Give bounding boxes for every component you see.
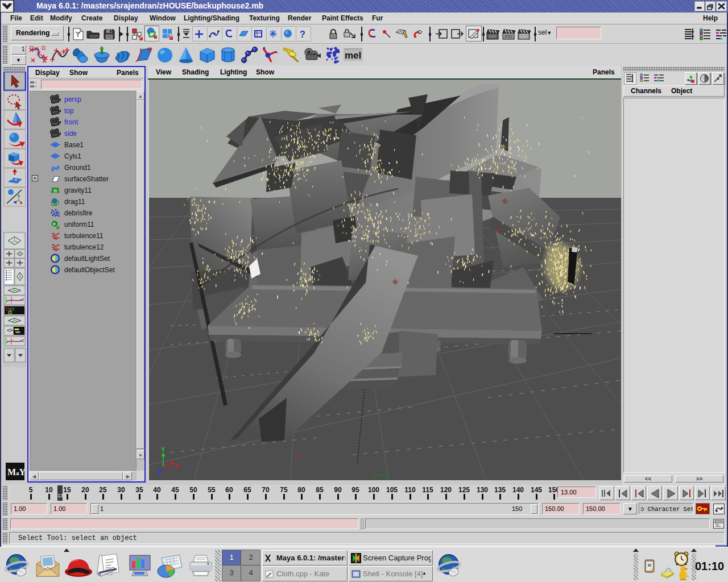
svg-text:MaYa: MaYa <box>7 467 24 477</box>
svg-text:mel: mel <box>345 50 361 61</box>
svg-text:G: G <box>53 188 57 193</box>
svg-text:?: ? <box>300 30 305 39</box>
svg-text:Z: Z <box>157 469 161 476</box>
svg-text:F: F <box>53 222 56 227</box>
svg-text:persp: persp <box>373 471 389 478</box>
svg-text:Y: Y <box>161 446 166 453</box>
svg-text:X: X <box>175 463 179 469</box>
